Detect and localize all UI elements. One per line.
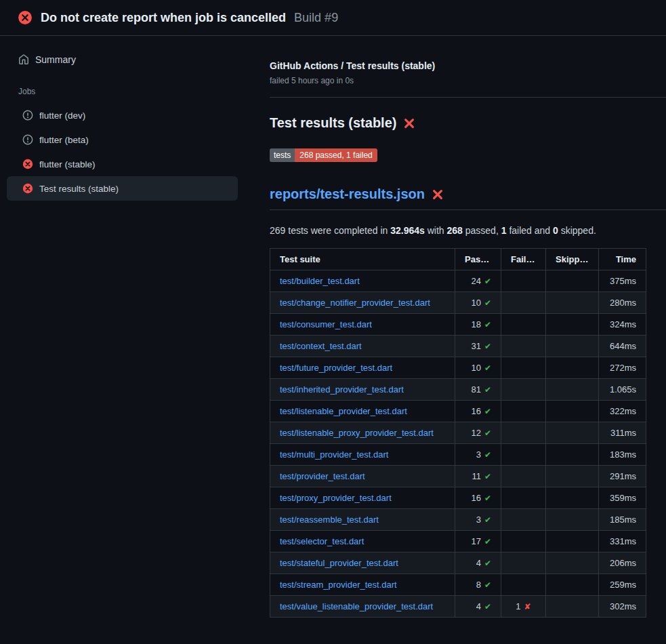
cancelled-icon bbox=[22, 134, 33, 145]
results-table: Test suite Passed Failed Skipped Time te… bbox=[270, 248, 646, 618]
failed-cell bbox=[501, 531, 546, 552]
passed-count: 12 bbox=[471, 428, 480, 438]
home-icon bbox=[18, 54, 29, 65]
table-row: test/consumer_test.dart 18✔ 324ms bbox=[270, 314, 646, 336]
col-header-failed: Failed bbox=[501, 249, 546, 270]
check-icon: ✔ bbox=[484, 342, 491, 351]
table-row: test/multi_provider_test.dart 3✔ 183ms bbox=[270, 444, 646, 466]
check-icon: ✔ bbox=[484, 277, 491, 286]
suite-link[interactable]: test/builder_test.dart bbox=[280, 276, 360, 286]
time-cell: 272ms bbox=[599, 357, 646, 379]
failed-cell bbox=[501, 336, 546, 357]
suite-link[interactable]: test/listenable_proxy_provider_test.dart bbox=[280, 428, 434, 438]
check-icon: ✔ bbox=[484, 537, 491, 546]
table-row: test/provider_test.dart 11✔ 291ms bbox=[270, 466, 646, 487]
passed-cell: 3✔ bbox=[455, 509, 501, 531]
col-header-skipped: Skipped bbox=[546, 249, 599, 270]
suite-link[interactable]: test/consumer_test.dart bbox=[280, 319, 372, 329]
summary-text: 269 tests were completed in bbox=[270, 225, 390, 236]
suite-link[interactable]: test/future_provider_test.dart bbox=[280, 363, 392, 373]
passed-count: 16 bbox=[471, 406, 480, 416]
jobs-section-label: Jobs bbox=[18, 87, 251, 96]
table-row: test/listenable_provider_test.dart 16✔ 3… bbox=[270, 401, 646, 422]
table-row: test/builder_test.dart 24✔ 375ms bbox=[270, 270, 646, 292]
sidebar-job-item[interactable]: Test results (stable) bbox=[7, 176, 238, 201]
failed-cell bbox=[501, 552, 546, 574]
skipped-cell bbox=[546, 314, 599, 336]
suite-link[interactable]: test/stateful_provider_test.dart bbox=[280, 558, 398, 568]
skipped-cell bbox=[546, 401, 599, 422]
passed-count: 8 bbox=[476, 580, 481, 590]
job-label: flutter (dev) bbox=[39, 110, 85, 121]
summary-label: Summary bbox=[35, 54, 76, 65]
passed-count: 18 bbox=[471, 319, 480, 329]
run-title: Do not create report when job is cancell… bbox=[41, 11, 286, 25]
cancelled-icon bbox=[22, 110, 33, 121]
sidebar-job-item[interactable]: flutter (beta) bbox=[7, 127, 238, 152]
skipped-cell bbox=[546, 379, 599, 401]
failed-cell bbox=[501, 292, 546, 314]
check-icon: ✔ bbox=[484, 472, 491, 481]
skipped-cell bbox=[546, 444, 599, 466]
skipped-cell bbox=[546, 552, 599, 574]
time-cell: 291ms bbox=[599, 466, 646, 487]
summary-duration: 32.964s bbox=[390, 225, 425, 236]
suite-link[interactable]: test/inherited_provider_test.dart bbox=[280, 384, 404, 395]
summary-skipped-count: 0 bbox=[553, 225, 558, 236]
time-cell: 322ms bbox=[599, 401, 646, 422]
skipped-cell bbox=[546, 596, 599, 618]
check-icon: ✔ bbox=[484, 363, 491, 373]
sidebar-job-item[interactable]: flutter (dev) bbox=[7, 103, 238, 127]
failed-cell bbox=[501, 314, 546, 336]
time-cell: 280ms bbox=[599, 292, 646, 314]
jobs-list: flutter (dev) flutter (beta) flutter (st… bbox=[0, 103, 251, 201]
x-circle-icon bbox=[18, 10, 33, 25]
sidebar-job-item[interactable]: flutter (stable) bbox=[7, 152, 238, 176]
check-icon: ✔ bbox=[484, 494, 491, 503]
x-icon: ✘ bbox=[524, 602, 531, 611]
report-title: reports/test-results.json bbox=[270, 186, 666, 210]
suite-link[interactable]: test/stream_provider_test.dart bbox=[280, 580, 397, 590]
sidebar-item-summary[interactable]: Summary bbox=[0, 47, 251, 72]
passed-count: 10 bbox=[471, 363, 480, 373]
passed-count: 24 bbox=[471, 276, 480, 286]
failed-count: 1 bbox=[516, 601, 520, 611]
report-link[interactable]: reports/test-results.json bbox=[270, 186, 425, 202]
time-cell: 331ms bbox=[599, 531, 646, 552]
table-header-row: Test suite Passed Failed Skipped Time bbox=[270, 249, 646, 270]
suite-link[interactable]: test/proxy_provider_test.dart bbox=[280, 493, 392, 503]
job-label: flutter (stable) bbox=[39, 159, 96, 169]
check-icon: ✔ bbox=[484, 407, 491, 416]
summary-text: with bbox=[425, 225, 447, 236]
table-row: test/listenable_proxy_provider_test.dart… bbox=[270, 422, 646, 444]
table-row: test/proxy_provider_test.dart 16✔ 359ms bbox=[270, 487, 646, 509]
suite-link[interactable]: test/value_listenable_provider_test.dart bbox=[280, 601, 433, 611]
badge-wrap: tests 268 passed, 1 failed bbox=[270, 148, 666, 162]
summary-text: failed and bbox=[507, 225, 554, 236]
table-row: test/stateful_provider_test.dart 4✔ 206m… bbox=[270, 552, 646, 574]
job-label: flutter (beta) bbox=[39, 135, 89, 145]
check-icon: ✔ bbox=[484, 320, 491, 329]
skipped-cell bbox=[546, 574, 599, 596]
passed-count: 31 bbox=[471, 341, 480, 351]
time-cell: 324ms bbox=[599, 314, 646, 336]
time-cell: 185ms bbox=[599, 509, 646, 531]
col-header-passed: Passed bbox=[455, 249, 501, 270]
check-icon: ✔ bbox=[484, 559, 491, 568]
badge-label: tests bbox=[270, 148, 295, 162]
suite-link[interactable]: test/reassemble_test.dart bbox=[280, 515, 379, 525]
summary-text: skipped. bbox=[558, 225, 596, 236]
suite-link[interactable]: test/provider_test.dart bbox=[280, 471, 365, 481]
suite-link[interactable]: test/change_notifier_provider_test.dart bbox=[280, 298, 430, 308]
results-table-body: test/builder_test.dart 24✔ 375ms test/ch… bbox=[270, 270, 646, 618]
suite-link[interactable]: test/selector_test.dart bbox=[280, 536, 364, 546]
main-content: GitHub Actions / Test results (stable) f… bbox=[251, 36, 666, 644]
job-label: Test results (stable) bbox=[39, 184, 119, 194]
tests-badge: tests 268 passed, 1 failed bbox=[270, 148, 377, 162]
time-cell: 359ms bbox=[599, 487, 646, 509]
suite-link[interactable]: test/context_test.dart bbox=[280, 341, 362, 351]
check-icon: ✔ bbox=[484, 385, 491, 395]
suite-link[interactable]: test/multi_provider_test.dart bbox=[280, 449, 388, 460]
suite-link[interactable]: test/listenable_provider_test.dart bbox=[280, 406, 407, 416]
passed-count: 3 bbox=[476, 515, 481, 525]
